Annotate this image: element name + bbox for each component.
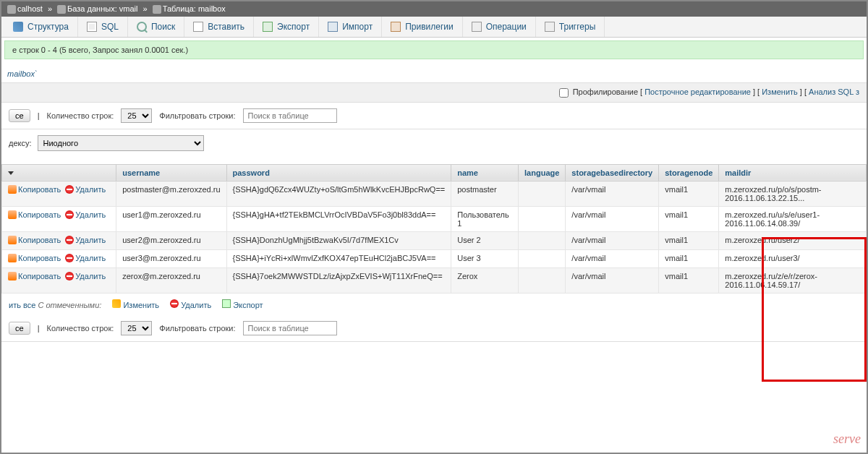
bulk-export-link[interactable]: Экспорт <box>233 301 263 309</box>
tab-label: Экспорт <box>277 22 310 32</box>
table-row[interactable]: КопироватьУдалитьuser3@m.zeroxzed.ru{SSH… <box>2 249 867 267</box>
row-copy-link[interactable]: Копировать <box>8 210 61 219</box>
tab-export[interactable]: Экспорт <box>254 17 319 37</box>
cell-maildir[interactable]: m.zeroxzed.ru/u/s/e/user1-2016.11.06.14.… <box>719 206 867 231</box>
rowcount-select[interactable]: 25 <box>121 108 152 123</box>
row-delete-link[interactable]: Удалить <box>65 185 106 194</box>
col-password[interactable]: password <box>226 164 451 181</box>
col-maildir[interactable]: maildir <box>719 164 867 181</box>
tab-bar: Структура SQL Поиск Вставить Экспорт Имп… <box>1 17 867 38</box>
sort-select[interactable]: Ниодного <box>38 135 204 151</box>
col-storagenode[interactable]: storagenode <box>659 164 719 181</box>
tab-import[interactable]: Импорт <box>319 17 382 37</box>
cell-storagebasedirectory[interactable]: /var/vmail <box>566 249 659 267</box>
tab-operations[interactable]: Операции <box>463 17 536 37</box>
tab-label: Привилегии <box>405 22 454 32</box>
cell-storagebasedirectory[interactable]: /var/vmail <box>566 231 659 249</box>
bc-host[interactable]: calhost <box>17 4 43 13</box>
cell-username[interactable]: user3@m.zeroxzed.ru <box>116 249 226 267</box>
row-copy-link[interactable]: Копировать <box>8 236 61 244</box>
cell-password[interactable]: {SSHA}+iYcRi+xlWmvlZxfKOX47epTEuHCl2jaBC… <box>226 249 451 267</box>
row-delete-link[interactable]: Удалить <box>65 236 106 244</box>
delete-icon <box>65 236 74 244</box>
row-delete-link[interactable]: Удалить <box>65 254 106 262</box>
cell-storagenode[interactable]: vmail1 <box>659 267 719 293</box>
col-name[interactable]: name <box>451 164 519 181</box>
tab-sql[interactable]: SQL <box>78 17 128 37</box>
tab-structure[interactable]: Структура <box>4 17 78 37</box>
cell-language[interactable] <box>519 231 566 249</box>
tab-label: SQL <box>101 22 119 32</box>
bc-db[interactable]: vmail <box>119 4 138 13</box>
cell-password[interactable]: {SSHA}gHA+tf2TEkBMCLVrrOcIVBDaV5Fo3j0bl8… <box>226 206 451 231</box>
cell-username[interactable]: zerox@m.zeroxzed.ru <box>116 267 226 293</box>
cell-maildir[interactable]: m.zeroxzed.ru/user2/ <box>719 231 867 249</box>
tab-insert[interactable]: Вставить <box>184 17 254 37</box>
cell-name[interactable]: Пользователь 1 <box>451 206 519 231</box>
cell-language[interactable] <box>519 267 566 293</box>
row-delete-link[interactable]: Удалить <box>65 210 106 219</box>
check-all-link[interactable]: ить все <box>9 301 35 309</box>
cell-password[interactable]: {SSHA}7oek2MWWSTDLz/izAjxpZxEVIS+WjT11Xr… <box>226 267 451 293</box>
cell-language[interactable] <box>519 181 566 206</box>
cell-storagebasedirectory[interactable]: /var/vmail <box>566 206 659 231</box>
export-icon <box>263 22 273 32</box>
cell-password[interactable]: {SSHA}gdQ6Zcx4WUZty+oS/ltGm5hWlkKvcEHJBp… <box>226 181 451 206</box>
table-row[interactable]: КопироватьУдалитьuser2@m.zeroxzed.ru{SSH… <box>2 231 867 249</box>
cell-name[interactable]: postmaster <box>451 181 519 206</box>
row-actions-cell: КопироватьУдалить <box>2 206 116 231</box>
row-delete-link[interactable]: Удалить <box>65 272 106 280</box>
edit-link[interactable]: Изменить <box>762 87 798 96</box>
cell-language[interactable] <box>519 206 566 231</box>
filter-input-bottom[interactable] <box>243 321 337 335</box>
search-icon <box>137 22 147 32</box>
cell-maildir[interactable]: m.zeroxzed.ru/p/o/s/postm-2016.11.06.13.… <box>719 181 867 206</box>
cell-name[interactable]: User 3 <box>451 249 519 267</box>
col-username[interactable]: username <box>116 164 226 181</box>
table-row[interactable]: КопироватьУдалитьpostmaster@m.zeroxzed.r… <box>2 181 867 206</box>
cell-username[interactable]: user2@m.zeroxzed.ru <box>116 231 226 249</box>
cell-name[interactable]: Zerox <box>451 267 519 293</box>
tab-triggers[interactable]: Триггеры <box>536 17 605 37</box>
filter-input[interactable] <box>243 108 337 123</box>
cell-storagenode[interactable]: vmail1 <box>659 231 719 249</box>
cell-maildir[interactable]: m.zeroxzed.ru/z/e/r/zerox-2016.11.06.14.… <box>719 267 867 293</box>
cell-storagebasedirectory[interactable]: /var/vmail <box>566 181 659 206</box>
tab-privileges[interactable]: Привилегии <box>382 17 463 37</box>
show-all-button-bottom[interactable]: се <box>9 322 30 335</box>
profiling-label: Профилирование <box>573 87 638 96</box>
query-status: е строк 0 - 4 (5 всего, Запрос занял 0.0… <box>4 40 864 59</box>
row-copy-link[interactable]: Копировать <box>8 272 61 280</box>
col-language[interactable]: language <box>519 164 566 181</box>
cell-username[interactable]: user1@m.zeroxzed.ru <box>116 206 226 231</box>
col-storagebasedirectory[interactable]: storagebasedirectory <box>566 164 659 181</box>
cell-storagenode[interactable]: vmail1 <box>659 206 719 231</box>
bc-tbl[interactable]: mailbox <box>198 4 226 13</box>
cell-language[interactable] <box>519 249 566 267</box>
cell-storagenode[interactable]: vmail1 <box>659 249 719 267</box>
bulk-edit-link[interactable]: Изменить <box>123 301 159 309</box>
profiling-checkbox[interactable] <box>559 88 569 98</box>
tab-label: Структура <box>27 22 69 32</box>
show-all-button[interactable]: се <box>9 109 30 122</box>
inline-edit-link[interactable]: Построчное редактирование <box>644 87 751 96</box>
cell-password[interactable]: {SSHA}DonzhUgMhjj5tBzwaKv5I/7d7fMEX1Cv <box>226 231 451 249</box>
cell-name[interactable]: User 2 <box>451 231 519 249</box>
delete-icon <box>65 272 74 280</box>
tab-label: Триггеры <box>559 22 596 32</box>
explain-link[interactable]: Анализ SQL з <box>809 87 859 96</box>
insert-icon <box>193 22 203 32</box>
cell-storagebasedirectory[interactable]: /var/vmail <box>566 267 659 293</box>
tab-label: Поиск <box>151 22 175 32</box>
cell-storagenode[interactable]: vmail1 <box>659 181 719 206</box>
cell-maildir[interactable]: m.zeroxzed.ru/user3/ <box>719 249 867 267</box>
bulk-delete-link[interactable]: Удалить <box>181 301 211 309</box>
row-copy-link[interactable]: Копировать <box>8 254 61 262</box>
rowcount-select-bottom[interactable]: 25 <box>121 321 152 335</box>
rowcount-label: Количество строк: <box>46 111 114 120</box>
row-copy-link[interactable]: Копировать <box>8 185 61 194</box>
table-row[interactable]: КопироватьУдалитьuser1@m.zeroxzed.ru{SSH… <box>2 206 867 231</box>
tab-search[interactable]: Поиск <box>128 17 184 37</box>
cell-username[interactable]: postmaster@m.zeroxzed.ru <box>116 181 226 206</box>
table-row[interactable]: КопироватьУдалитьzerox@m.zeroxzed.ru{SSH… <box>2 267 867 293</box>
